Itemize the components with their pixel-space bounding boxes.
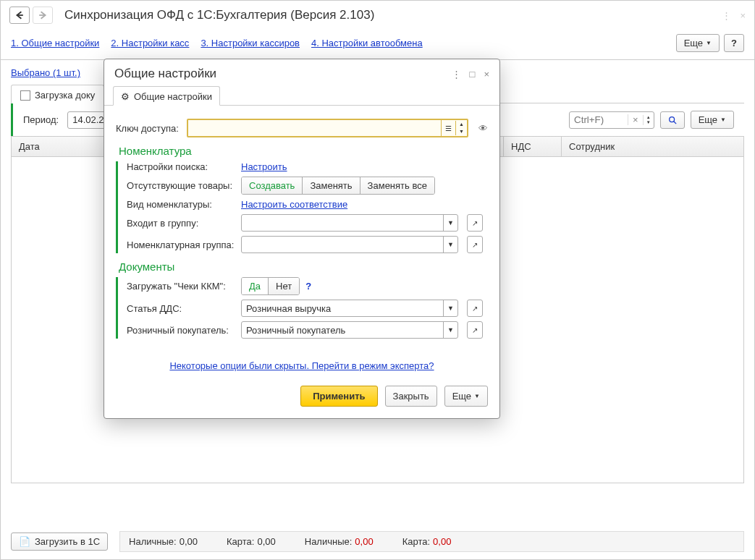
seg-no[interactable]: Нет (269, 278, 299, 294)
dialog-more-button[interactable]: Еще ▼ (444, 386, 488, 407)
access-key-input[interactable] (188, 123, 441, 134)
arrow-left-icon (15, 11, 24, 20)
dds-label: Статья ДДС: (127, 303, 235, 314)
seg-replace[interactable]: Заменять (303, 177, 360, 194)
seg-create[interactable]: Создавать (242, 177, 303, 194)
dialog-close-icon[interactable]: × (484, 69, 489, 80)
close-button[interactable]: Закрыть (385, 386, 437, 407)
cash-value: 0,00 (180, 536, 198, 547)
card2-value: 0,00 (433, 536, 451, 547)
search-settings-label: Настройки поиска: (127, 161, 235, 172)
configure-search-link[interactable]: Настроить (241, 161, 287, 172)
chevron-down-icon[interactable]: ▼ (443, 215, 457, 231)
close-window-icon[interactable]: × (740, 10, 746, 21)
tab-load-documents[interactable]: Загрузка доку (11, 85, 104, 103)
load-checks-toggle: Да Нет (241, 277, 300, 295)
card2-label: Карта: (402, 536, 430, 547)
clear-search-icon[interactable]: × (628, 114, 643, 125)
svg-line-3 (673, 121, 675, 123)
dialog-maximize-icon[interactable]: □ (470, 69, 476, 80)
section-documents: Документы (116, 260, 488, 273)
tab-load-documents-label: Загрузка доку (35, 90, 95, 101)
toolbar-more-button[interactable]: Еще ▼ (691, 111, 734, 129)
stats-bar: Наличные:0,00 Карта:0,00 Наличные:0,00 К… (119, 531, 744, 552)
card-value: 0,00 (257, 536, 275, 547)
search-icon (668, 115, 677, 125)
dialog-title: Общие настройки (114, 67, 216, 81)
configure-mapping-link[interactable]: Настроить соответствие (241, 199, 347, 210)
tab-autoexchange-settings[interactable]: 4. Настройки автообмена (311, 38, 423, 48)
key-spinner-down[interactable]: ▼ (456, 128, 467, 135)
nomenclature-group-select[interactable]: ▼ (241, 236, 458, 253)
missing-goods-label: Отсутствующие товары: (127, 180, 235, 191)
in-group-label: Входит в группу: (127, 218, 235, 229)
in-group-open-button[interactable]: ↗ (467, 214, 483, 232)
in-group-select[interactable]: ▼ (241, 214, 458, 232)
tab-cashier-settings[interactable]: 3. Настройки кассиров (201, 38, 300, 48)
document-icon (20, 90, 30, 101)
retail-buyer-label: Розничный покупатель: (127, 325, 235, 336)
kebab-icon[interactable]: ⋮ (722, 10, 731, 21)
tab-general-settings[interactable]: 1. Общие настройки (11, 38, 99, 48)
selected-count-link[interactable]: Выбрано (1 шт.) (11, 67, 80, 78)
help-icon[interactable]: ? (305, 281, 311, 292)
search-spinner[interactable]: ▲▼ (643, 115, 654, 125)
chevron-down-icon: ▼ (706, 40, 712, 46)
svg-point-2 (669, 116, 674, 122)
tab-cash-settings[interactable]: 2. Настройки касс (111, 38, 189, 48)
chevron-down-icon[interactable]: ▼ (443, 300, 457, 316)
list-picker-icon[interactable]: ☰ (441, 119, 455, 137)
nav-back-button[interactable] (9, 7, 30, 24)
chevron-down-icon[interactable]: ▼ (443, 322, 457, 338)
section-nomenclature: Номенклатура (116, 145, 488, 157)
cash2-label: Наличные: (305, 536, 353, 547)
search-box[interactable]: × ▲▼ (569, 111, 654, 129)
period-label: Период: (23, 114, 59, 125)
dialog-kebab-icon[interactable]: ⋮ (452, 69, 461, 80)
expert-mode-link[interactable]: Некоторые опции были скрыты. Перейти в р… (169, 360, 434, 371)
nav-forward-button[interactable] (33, 7, 53, 24)
column-employee[interactable]: Сотрудник (562, 137, 743, 156)
nomenclature-type-label: Вид номенклатуры: (127, 199, 235, 210)
cash2-value: 0,00 (355, 536, 373, 547)
dialog-tab-general[interactable]: ⚙ Общие настройки (113, 86, 220, 106)
chevron-down-icon: ▼ (720, 116, 726, 123)
dds-open-button[interactable]: ↗ (467, 300, 483, 317)
apply-button[interactable]: Применить (300, 386, 377, 407)
retail-buyer-select[interactable]: Розничный покупатель▼ (241, 321, 458, 339)
retail-buyer-open-button[interactable]: ↗ (467, 321, 483, 339)
load-icon: 📄 (19, 536, 30, 547)
seg-yes[interactable]: Да (242, 278, 269, 294)
gear-icon: ⚙ (121, 91, 130, 102)
column-nds[interactable]: НДС (504, 137, 562, 156)
chevron-down-icon: ▼ (474, 393, 480, 399)
dds-select[interactable]: Розничная выручка▼ (241, 300, 458, 317)
key-spinner-up[interactable]: ▲ (456, 121, 467, 128)
more-button[interactable]: Еще ▼ (676, 34, 720, 52)
search-button[interactable] (660, 111, 685, 129)
missing-goods-toggle: Создавать Заменять Заменять все (241, 177, 435, 195)
access-key-label: Ключ доступа: (116, 123, 181, 134)
seg-replace-all[interactable]: Заменять все (360, 177, 434, 194)
page-title: Синхронизация ОФД с 1С:Бухгалтерия (Верс… (64, 8, 374, 22)
eye-icon[interactable]: 👁 (478, 123, 488, 134)
access-key-input-wrap: ☰ ▲ ▼ (187, 119, 468, 137)
more-label: Еще (684, 38, 703, 48)
search-input[interactable] (570, 114, 628, 125)
load-to-1c-button[interactable]: 📄 Загрузить в 1С (11, 533, 108, 551)
help-button[interactable]: ? (724, 34, 744, 52)
cash-label: Наличные: (129, 536, 177, 547)
chevron-down-icon[interactable]: ▼ (443, 237, 457, 253)
arrow-right-icon (38, 11, 47, 20)
general-settings-dialog: Общие настройки ⋮ □ × ⚙ Общие настройки … (104, 59, 500, 419)
card-label: Карта: (227, 536, 254, 547)
load-checks-label: Загружать "Чеки ККМ": (127, 281, 235, 292)
nomenclature-group-open-button[interactable]: ↗ (467, 236, 483, 253)
nomenclature-group-label: Номенклатурная группа: (127, 239, 235, 250)
